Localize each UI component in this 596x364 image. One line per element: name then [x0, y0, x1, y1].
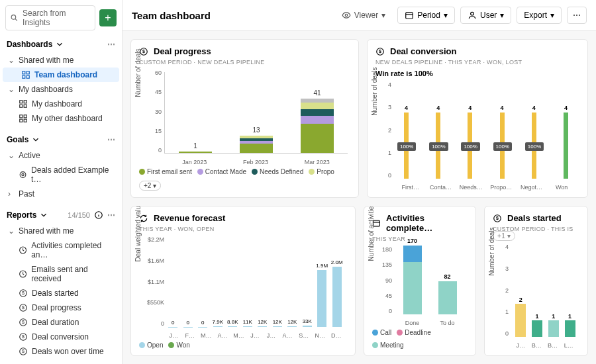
search-input[interactable]: Search from Insights: [5, 5, 95, 30]
more-icon[interactable]: ⋯: [107, 210, 115, 220]
svg-text:$: $: [22, 334, 25, 339]
legend: CallDeadlineMeeting: [372, 329, 468, 349]
currency-icon: $: [19, 303, 28, 312]
svg-rect-11: [24, 115, 26, 118]
report-deals-started[interactable]: $Deals started: [0, 286, 122, 300]
dashboard-icon: [19, 99, 28, 109]
report-icon: [19, 246, 27, 255]
section-goals[interactable]: Goals ⋯: [0, 131, 122, 148]
chevron-down-icon: [39, 210, 48, 220]
report-activities[interactable]: Activities completed an…: [0, 238, 122, 262]
sidebar: Search from Insights + Dashboards ⋯ ⌄Sha…: [0, 0, 123, 364]
legend: First email sentContact MadeNeeds Define…: [139, 168, 350, 191]
more-icon[interactable]: ⋯: [107, 135, 115, 144]
deal-progress-chart: Number of deals 604530150 11341 Jan 2023…: [139, 69, 350, 165]
svg-rect-10: [20, 115, 23, 118]
dashboard-icon: [21, 70, 30, 79]
svg-point-14: [20, 172, 26, 178]
group-past[interactable]: ›Past: [0, 187, 122, 201]
currency-icon: $: [19, 332, 28, 341]
export-dropdown[interactable]: Export ▾: [517, 7, 562, 24]
report-deals-won[interactable]: $Deals won over time: [0, 344, 122, 359]
period-dropdown[interactable]: Period ▾: [397, 7, 455, 24]
calendar-icon: [405, 11, 414, 20]
sidebar-item-my-other-dashboard[interactable]: My other dashboard: [0, 111, 122, 126]
svg-text:$: $: [22, 320, 25, 324]
card-subtitle: THIS YEAR: [372, 236, 468, 242]
card-title: Revenue forecast: [154, 213, 225, 223]
card-subtitle: THIS YEAR · WON, OPEN: [139, 226, 347, 232]
sidebar-item-team-dashboard[interactable]: Team dashboard: [3, 68, 119, 82]
svg-point-0: [11, 15, 16, 20]
group-my-dashboards[interactable]: ⌄My dashboards: [0, 82, 122, 97]
card-deal-conversion: $Deal conversion NEW DEALS PIPELINE · TH…: [367, 39, 588, 198]
deals-started-chart: Number of deals 43210 2111 J…B…B…L…: [493, 244, 579, 349]
svg-rect-4: [23, 75, 25, 78]
card-subtitle: CUSTOM PERIOD · THIS IS +1 ▾: [493, 226, 579, 240]
more-icon[interactable]: ⋯: [107, 40, 115, 49]
svg-point-15: [22, 173, 24, 175]
svg-line-1: [15, 19, 17, 21]
svg-rect-13: [24, 119, 26, 122]
currency-icon: $: [375, 47, 385, 56]
card-activities: Activities complete… THIS YEAR Number of…: [364, 206, 476, 356]
page-title: Team dashboard: [132, 10, 211, 21]
legend-more[interactable]: +2 ▾: [139, 181, 161, 191]
svg-rect-32: [406, 13, 413, 19]
currency-icon: $: [19, 289, 28, 298]
add-button[interactable]: +: [99, 9, 117, 26]
svg-point-34: [471, 12, 474, 15]
svg-rect-12: [20, 119, 23, 122]
user-icon: [468, 11, 477, 20]
report-deal-progress[interactable]: $Deal progress: [0, 300, 122, 315]
card-deals-started: $Deals started CUSTOM PERIOD · THIS IS +…: [484, 206, 588, 356]
report-deal-conversion[interactable]: $Deal conversion: [0, 330, 122, 344]
section-dashboards[interactable]: Dashboards ⋯: [0, 36, 122, 53]
sidebar-item-my-dashboard[interactable]: My dashboard: [0, 97, 122, 111]
svg-rect-5: [26, 75, 29, 78]
svg-rect-3: [26, 71, 29, 74]
svg-rect-2: [23, 71, 25, 74]
winrate-text: Win rate is 100%: [375, 69, 579, 77]
eye-icon: [342, 11, 351, 20]
card-title: Deal progress: [154, 46, 211, 56]
group-shared-with-me[interactable]: ⌄Shared with me: [0, 53, 122, 68]
svg-text:$: $: [142, 49, 145, 54]
main: Team dashboard Viewer ▾ Period ▾ User ▾ …: [123, 0, 596, 364]
dashboard-icon: [19, 114, 28, 123]
chevron-down-icon: [55, 40, 64, 49]
report-icon: [19, 269, 27, 279]
search-icon: [10, 13, 19, 23]
legend: OpenWon: [139, 341, 347, 349]
group-active[interactable]: ⌄Active: [0, 148, 122, 163]
card-title: Deals started: [507, 213, 562, 223]
deal-conversion-chart: Number of deals 43210 4100%4100%4100%410…: [375, 81, 579, 191]
report-deal-duration[interactable]: $Deal duration: [0, 315, 122, 330]
svg-text:$: $: [22, 349, 25, 353]
svg-rect-7: [24, 101, 26, 103]
card-revenue-forecast: Revenue forecast THIS YEAR · WON, OPEN D…: [130, 206, 356, 356]
sidebar-item-deals-added[interactable]: Deals added Example t…: [0, 163, 122, 187]
currency-icon: $: [19, 347, 28, 356]
svg-rect-8: [20, 105, 23, 107]
svg-point-31: [345, 14, 348, 17]
svg-text:$: $: [22, 291, 25, 295]
report-emails[interactable]: Emails sent and received: [0, 262, 122, 286]
card-title: Deal conversion: [390, 46, 456, 56]
revenue-chart: Deal weighted value $2.2M$1.6M$1.1M$550K…: [139, 236, 347, 339]
svg-text:$: $: [496, 216, 499, 221]
info-icon[interactable]: [94, 210, 103, 220]
more-pill[interactable]: +1 ▾: [493, 231, 515, 241]
more-button[interactable]: ⋯: [567, 7, 587, 24]
user-dropdown[interactable]: User ▾: [460, 7, 511, 24]
topbar: Team dashboard Viewer ▾ Period ▾ User ▾ …: [123, 0, 596, 31]
svg-text:$: $: [379, 49, 381, 54]
viewer-dropdown[interactable]: Viewer ▾: [335, 7, 392, 23]
target-icon: [19, 170, 27, 179]
card-subtitle: CUSTOM PERIOD · NEW DEALS PIPELINE: [139, 59, 350, 66]
section-reports[interactable]: Reports 14/150 ⋯: [0, 206, 122, 224]
group-reports-shared[interactable]: ⌄Shared with me: [0, 224, 122, 238]
card-subtitle: NEW DEALS PIPELINE · THIS YEAR · WON, LO…: [375, 59, 579, 66]
svg-text:$: $: [22, 305, 25, 310]
currency-icon: $: [19, 318, 28, 327]
